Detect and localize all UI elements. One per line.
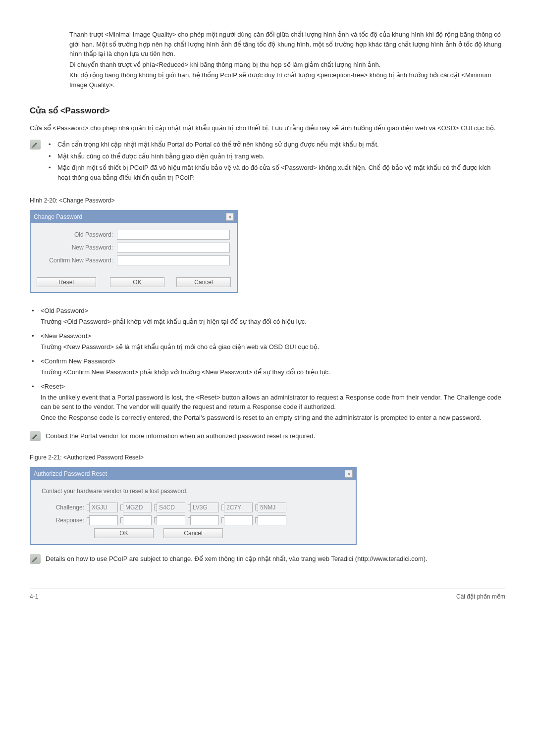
response-label: Response: — [42, 516, 89, 525]
cancel-button[interactable]: Cancel — [176, 277, 231, 287]
intro-p2: Di chuyển thanh trượt về phía<Reduced> k… — [69, 60, 505, 70]
note1-item: Cần cẩn trọng khi cập nhật mật khẩu Port… — [49, 140, 505, 150]
change-password-dialog: Change Password × Old Password: New Pass… — [30, 210, 238, 293]
note3-text: Details on how to use PCoIP are subject … — [46, 554, 505, 564]
confirm-password-label: Confirm New Password: — [38, 256, 117, 265]
note1-item: Mặc định một số thiết bị PCoIP đã vô hiệ… — [49, 163, 505, 182]
note2-text: Contact the Portal vendor for more infor… — [46, 431, 505, 441]
note-list-1: Cần cẩn trọng khi cập nhật mật khẩu Port… — [46, 140, 505, 184]
def-line: Once the Response code is correctly ente… — [41, 413, 505, 423]
page-footer: 4-1 Cài đặt phần mềm — [30, 589, 505, 601]
def-line: Trường <New Password> sẽ là mật khẩu quả… — [41, 342, 505, 352]
footer-right: Cài đặt phần mềm — [456, 592, 505, 601]
figure-caption-2: Figure 2-21: <Authorized Password Reset> — [30, 453, 505, 462]
cancel-button[interactable]: Cancel — [163, 528, 223, 538]
def-line: Trường <Old Password> phải khớp với mật … — [41, 317, 505, 327]
old-password-input[interactable] — [117, 230, 230, 240]
def-term: <Confirm New Password> — [41, 356, 505, 366]
def-line: In the unlikely event that a Portal pass… — [41, 393, 505, 412]
def-term: <Reset> — [41, 382, 505, 392]
intro-p1: Thanh trượt <Minimal Image Quality> cho … — [69, 30, 505, 59]
response-seg-input[interactable] — [157, 515, 185, 525]
challenge-seg: S4CD — [157, 503, 185, 512]
response-segments — [89, 515, 286, 525]
response-seg-input[interactable] — [258, 515, 286, 525]
figure-caption-1: Hình 2-20: <Change Password> — [30, 196, 505, 205]
old-password-label: Old Password: — [38, 230, 117, 239]
dialog-titlebar: Authorized Password Reset × — [31, 468, 356, 480]
footer-left: 4-1 — [30, 592, 38, 601]
def-item: <Old Password> Trường <Old Password> phả… — [30, 306, 505, 326]
challenge-label: Challenge: — [42, 503, 89, 512]
close-icon[interactable]: × — [345, 470, 353, 478]
def-term: <New Password> — [41, 331, 505, 341]
note-block-1: Cần cẩn trọng khi cập nhật mật khẩu Port… — [30, 140, 505, 184]
note1-item: Mật khẩu cũng có thể được cấu hình bằng … — [49, 151, 505, 161]
response-seg-input[interactable] — [123, 515, 152, 525]
response-seg-input[interactable] — [224, 515, 253, 525]
dialog-title-text: Authorized Password Reset — [34, 469, 107, 478]
dialog-title-text: Change Password — [34, 212, 82, 221]
challenge-seg: XGJU — [89, 503, 118, 512]
note-block-2: Contact the Portal vendor for more infor… — [30, 431, 505, 441]
intro-block: Thanh trượt <Minimal Image Quality> cho … — [30, 30, 505, 90]
definition-list: <Old Password> Trường <Old Password> phả… — [30, 306, 505, 422]
reset-button[interactable]: Reset — [37, 277, 96, 287]
def-item: <Reset> In the unlikely event that a Por… — [30, 382, 505, 422]
challenge-seg: LV3G — [190, 503, 219, 512]
def-item: <New Password> Trường <New Password> sẽ … — [30, 331, 505, 352]
note-block-3: Details on how to use PCoIP are subject … — [30, 554, 505, 564]
section-desc: Cửa sổ <Password> cho phép nhà quản trị … — [30, 123, 505, 133]
def-line: Trường <Confirm New Password> phải khớp … — [41, 367, 505, 377]
new-password-input[interactable] — [117, 243, 230, 252]
section-heading: Cửa sổ <Password> — [30, 104, 505, 117]
reset-instruction: Contact your hardware vendor to reset a … — [42, 487, 347, 496]
response-seg-input[interactable] — [89, 515, 118, 525]
pencil-note-icon — [30, 554, 41, 564]
pencil-note-icon — [30, 140, 41, 150]
response-seg-input[interactable] — [190, 515, 219, 525]
challenge-segments: XGJU MGZD S4CD LV3G 2C7Y 5NMJ — [89, 503, 286, 512]
challenge-seg: 2C7Y — [224, 503, 253, 512]
ok-button[interactable]: OK — [110, 277, 164, 287]
def-item: <Confirm New Password> Trường <Confirm N… — [30, 356, 505, 377]
def-term: <Old Password> — [41, 306, 505, 316]
close-icon[interactable]: × — [226, 213, 234, 221]
confirm-password-input[interactable] — [117, 255, 230, 265]
dialog-titlebar: Change Password × — [31, 211, 237, 223]
authorized-reset-dialog: Authorized Password Reset × Contact your… — [30, 467, 357, 545]
challenge-seg: 5NMJ — [258, 503, 286, 512]
intro-p3: Khi độ rộng băng thông không bị giới hạn… — [69, 70, 505, 90]
ok-button[interactable]: OK — [94, 528, 154, 538]
pencil-note-icon — [30, 431, 41, 441]
new-password-label: New Password: — [38, 243, 117, 252]
challenge-seg: MGZD — [123, 503, 152, 512]
